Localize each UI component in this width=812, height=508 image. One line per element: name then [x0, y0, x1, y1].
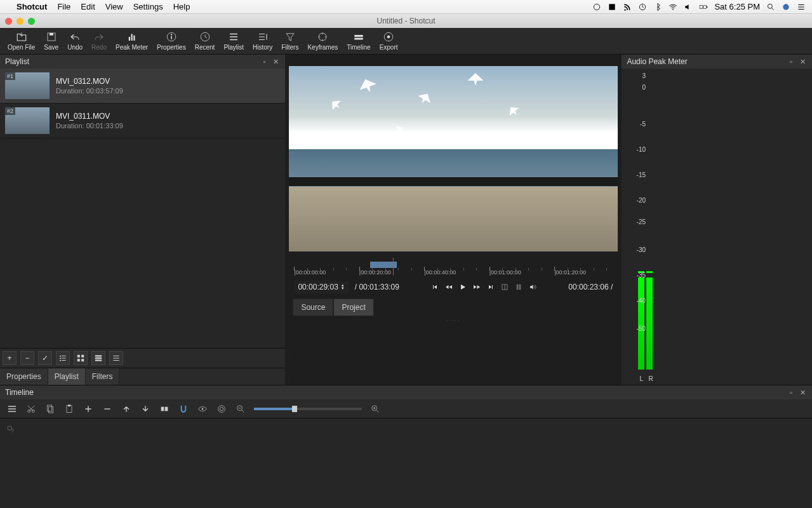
scrub-audio-button[interactable]: [197, 403, 208, 415]
ripple-button[interactable]: [216, 403, 227, 415]
rewind-icon[interactable]: [445, 283, 453, 291]
history-icon: [257, 31, 269, 43]
timemachine-icon[interactable]: [638, 3, 647, 11]
siri-icon[interactable]: [782, 3, 790, 11]
window-maximize-button[interactable]: [28, 18, 35, 25]
window-close-button[interactable]: [5, 18, 12, 25]
tab-properties[interactable]: Properties: [0, 368, 48, 385]
playlist-remove-button[interactable]: −: [20, 351, 34, 365]
paste-button[interactable]: [63, 403, 75, 415]
timecode-total: / 00:01:33:09: [355, 283, 399, 291]
app-menu[interactable]: Shotcut: [17, 2, 47, 11]
meter-bar-l: [638, 277, 644, 370]
append-button[interactable]: [83, 403, 94, 415]
toolbar-redo-button[interactable]: Redo: [88, 30, 110, 52]
svg-rect-1: [609, 4, 615, 10]
toolbar-export-button[interactable]: Export: [376, 30, 402, 52]
play-icon[interactable]: [459, 283, 467, 291]
tab-source[interactable]: Source: [293, 298, 333, 316]
zoom-toggle-icon[interactable]: [501, 283, 509, 291]
window-minimize-button[interactable]: [17, 18, 23, 25]
toolbar-filters-button[interactable]: Filters: [277, 30, 302, 52]
remove-button[interactable]: [102, 403, 113, 415]
spotlight-icon[interactable]: [766, 3, 775, 11]
toolbar-playlist-button[interactable]: Playlist: [220, 30, 248, 52]
split-button[interactable]: [159, 403, 170, 415]
timeline-menu-button[interactable]: [6, 403, 18, 415]
toolbar-keyframes-button[interactable]: Keyframes: [303, 30, 342, 52]
grid-icon[interactable]: [515, 283, 522, 291]
clock[interactable]: Sat 6:25 PM: [714, 2, 760, 11]
toolbar-save-button[interactable]: Save: [40, 30, 62, 52]
export-icon: [383, 31, 394, 43]
timeline-tracks[interactable]: [0, 418, 812, 508]
svg-rect-20: [354, 38, 363, 40]
notification-center-icon[interactable]: [797, 3, 806, 11]
playlist-item[interactable]: #1MVI_0312.MOVDuration: 00:03:57:09: [0, 69, 285, 104]
toolbar-history-button[interactable]: History: [249, 30, 276, 52]
svg-rect-28: [95, 358, 102, 359]
file-menu[interactable]: File: [57, 2, 70, 11]
svg-point-3: [673, 8, 674, 10]
scrub-ruler[interactable]: |00:00:00:00|00:00:20:00|00:00:40:00|00:…: [294, 258, 613, 277]
splitter-grip[interactable]: ·····: [289, 316, 618, 324]
circle-icon[interactable]: [592, 3, 601, 11]
svg-point-42: [218, 405, 225, 412]
tab-filters[interactable]: Filters: [86, 368, 120, 385]
zoom-out-button[interactable]: [235, 403, 246, 415]
playlist-update-button[interactable]: ✓: [38, 351, 52, 365]
volume-toggle-icon[interactable]: [529, 283, 536, 291]
audio-meter-body[interactable]: L R 30-5-10-15-20-25-30-35-40-50: [622, 69, 812, 385]
toolbar-open-button[interactable]: Open File: [4, 30, 39, 52]
settings-menu[interactable]: Settings: [133, 2, 163, 11]
svg-rect-29: [95, 359, 102, 361]
help-menu[interactable]: Help: [173, 2, 190, 11]
lift-button[interactable]: [121, 403, 132, 415]
timeline-toolbar: [0, 399, 812, 418]
tab-project[interactable]: Project: [333, 298, 373, 316]
volume-icon[interactable]: [684, 3, 693, 11]
copy-button[interactable]: [44, 403, 56, 415]
playlist-view-list-button[interactable]: [109, 351, 123, 365]
toolbar-meter-button[interactable]: Peak Meter: [112, 30, 152, 52]
info-icon: [166, 31, 177, 43]
toolbar-timeline-button[interactable]: Timeline: [343, 30, 374, 52]
playlist-item[interactable]: #2MVI_0311.MOVDuration: 00:01:33:09: [0, 104, 285, 138]
toolbar-undo-button[interactable]: Undo: [63, 30, 86, 52]
cut-button[interactable]: [25, 403, 37, 415]
timecode-position[interactable]: 00:00:29:03 ▲▼: [294, 281, 348, 293]
timeline-popout-button[interactable]: ▫: [787, 388, 795, 397]
view-menu[interactable]: View: [105, 2, 123, 11]
battery-icon[interactable]: [699, 3, 708, 11]
snap-button[interactable]: [178, 403, 189, 415]
playlist-add-button[interactable]: +: [3, 351, 17, 365]
wifi-icon[interactable]: [669, 3, 677, 11]
meter-scale-label: 0: [642, 84, 646, 91]
overwrite-button[interactable]: [140, 403, 151, 415]
playlist-view-tiles-button[interactable]: [74, 351, 88, 365]
edit-menu[interactable]: Edit: [81, 2, 95, 11]
timeline-close-button[interactable]: ✕: [798, 388, 807, 397]
zoom-slider[interactable]: [254, 408, 362, 410]
clip-name: MVI_0312.MOV: [56, 77, 123, 86]
toolbar-recent-button[interactable]: Recent: [191, 30, 219, 52]
skip-start-icon[interactable]: [431, 283, 439, 291]
playlist-view-icons-button[interactable]: [91, 351, 105, 365]
meter-popout-button[interactable]: ▫: [787, 57, 795, 66]
playlist-popout-button[interactable]: ▫: [260, 57, 269, 66]
rss-icon[interactable]: [623, 3, 632, 11]
bluetooth-icon[interactable]: [653, 3, 662, 11]
skip-end-icon[interactable]: [487, 283, 495, 291]
tab-playlist[interactable]: Playlist: [48, 368, 86, 385]
playlist-view-detailed-button[interactable]: [56, 351, 70, 365]
video-preview[interactable]: [289, 66, 618, 251]
playlist-thumbnail: #1: [5, 72, 50, 99]
fastforward-icon[interactable]: [473, 283, 481, 291]
tc-down[interactable]: ▼: [341, 287, 345, 290]
meter-close-button[interactable]: ✕: [798, 57, 807, 66]
zoom-in-button[interactable]: [369, 403, 381, 415]
svg-point-16: [171, 34, 172, 35]
playlist-close-button[interactable]: ✕: [271, 57, 280, 66]
dropbox-icon[interactable]: [608, 3, 616, 11]
toolbar-info-button[interactable]: Properties: [153, 30, 190, 52]
